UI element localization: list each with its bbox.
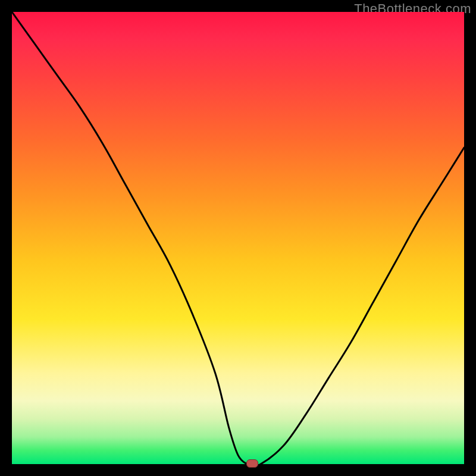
minimum-marker (246, 459, 258, 468)
plot-area (12, 12, 464, 464)
chart-frame: TheBottleneck.com (0, 0, 476, 476)
bottleneck-curve (12, 12, 464, 464)
